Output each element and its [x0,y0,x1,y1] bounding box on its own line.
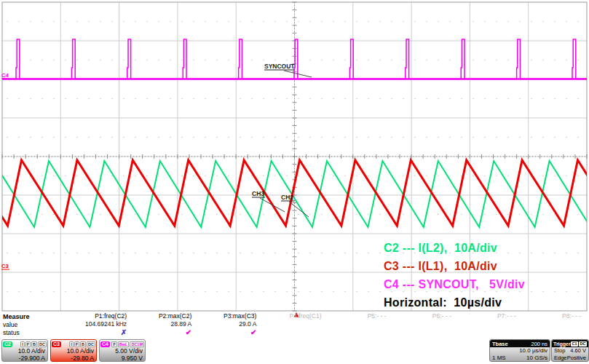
measure-param-status: ✗ [70,328,127,336]
trigger-coupling-badge: DC [579,341,587,347]
measure-columns: P1:freq(C2)104.69241 kHz✗P2:max(C2)28.89… [70,312,589,339]
trace-legend: C2 --- I(L2), 10A/divC3 --- I(L1), 10A/d… [384,239,525,312]
channel-tag-c2: C2 [3,341,12,347]
channel-flag-f: F [111,341,116,348]
trigger-box[interactable]: Trigger C1 DC Stop 4.60 V Edge Positive [551,339,589,362]
channel-offset: -29.900 A [2,355,47,363]
measure-param-label: P2:max(C2) [135,312,191,320]
measure-param-label: P4:freq(C1) [264,312,321,320]
measure-status-row-label: status [3,329,20,336]
channel-box-c4[interactable]: C4FBwLDC1M5.00 V/div9.950 V [99,339,146,362]
legend-line: C2 --- I(L2), 10A/div [384,239,525,257]
measure-param-label: P8:- - - [524,312,581,320]
channel-box-c3[interactable]: C3IFBDC10.0 A/div-29.80 A [50,339,97,362]
oscilloscope-screen: C4C3SYNCOUTCH3CH2 C2 --- I(L2), 10A/divC… [0,0,589,364]
measure-param-value: 28.89 A [135,320,191,328]
measure-param-value: 104.69241 kHz [70,320,127,328]
channel-flag-f: F [25,341,31,348]
measure-param-6[interactable]: P6:- - - [395,312,459,339]
trigger-mode: Stop [554,347,565,355]
channel-descriptor-row: C2IFBDC10.0 A/div-29.900 AC3IFBDC10.0 A/… [1,339,146,362]
channel-tag-c4: C4 [100,341,110,347]
channel-box-c2[interactable]: C2IFBDC10.0 A/div-29.900 A [1,339,48,362]
measure-param-label: P1:freq(C2) [70,312,127,320]
measure-param-4[interactable]: P4:freq(C1) [264,312,329,339]
channel-flag-i: I [20,341,25,348]
channel-flag-i: I [69,341,74,348]
legend-line: C4 --- SYNCOUT, 5V/div [384,275,525,293]
channel-flag-dc1m: DC1M [130,341,144,348]
legend-line: Horizontal: 10µs/div [384,293,525,312]
measure-param-1[interactable]: P1:freq(C2)104.69241 kHz✗ [70,312,135,339]
measure-value-row-label: value [3,321,17,328]
measure-param-label: P6:- - - [395,312,451,320]
measure-param-status: ✔ [135,328,191,336]
trigger-level: 4.60 V [570,347,586,355]
annotation-syncout: SYNCOUT [264,63,295,70]
timebase-box[interactable]: Tbase 200 ns 10.0 µs/div 1 MS 10 GS/s [489,339,550,362]
trigger-type: Edge [554,355,567,362]
channel-offset: -29.80 A [51,355,96,363]
measure-param-8[interactable]: P8:- - - [524,312,589,339]
channel-flag-dc: DC [87,341,95,348]
channel-flag-dc: DC [38,341,47,348]
annotation-ch3: CH3 [252,190,264,197]
measure-title: Measure [3,313,30,320]
channel-tag-c3: C3 [52,341,61,347]
legend-line: C3 --- I(L1), 10A/div [384,257,525,275]
annotation-ch2: CH2 [281,194,293,201]
channel-axis-label-c4: C4 [1,72,9,79]
trigger-header: Trigger C1 DC [552,340,588,347]
measure-strip: Measure value status P1:freq(C2)104.6924… [0,312,589,339]
timebase-samples: 1 MS [492,355,506,362]
measure-param-3[interactable]: P3:max(C3)29.0 A✔ [199,312,264,339]
measure-param-5[interactable]: P5:- - - [330,312,395,339]
measure-param-label: P7:- - - [459,312,516,320]
timebase-title: Tbase [492,341,508,347]
measure-param-label: P5:- - - [330,312,387,320]
measure-param-value: 29.0 A [199,320,256,328]
measure-param-2[interactable]: P2:max(C2)28.89 A✔ [135,312,199,339]
channel-axis-label-c3: C3 [1,263,9,269]
measure-param-status: ✔ [199,328,256,336]
channel-offset: 9.950 V [100,355,145,363]
channel-flag-bwl: BwL [118,341,130,348]
trigger-title: Trigger [553,341,571,347]
timebase-sample-rate: 10 GS/s [526,355,548,362]
channel-flag-b: B [31,341,37,348]
timebase-delay: 200 ns [531,341,548,347]
channel-flag-b: B [80,341,86,348]
trigger-source-badge: C1 [571,341,578,347]
timebase-scale: 10.0 µs/div [490,347,550,355]
measure-param-7[interactable]: P7:- - - [459,312,524,339]
channel-flag-f: F [74,341,79,348]
timebase-header: Tbase 200 ns [490,340,550,347]
trigger-slope: Positive [567,355,586,362]
measure-param-label: P3:max(C3) [199,312,256,320]
